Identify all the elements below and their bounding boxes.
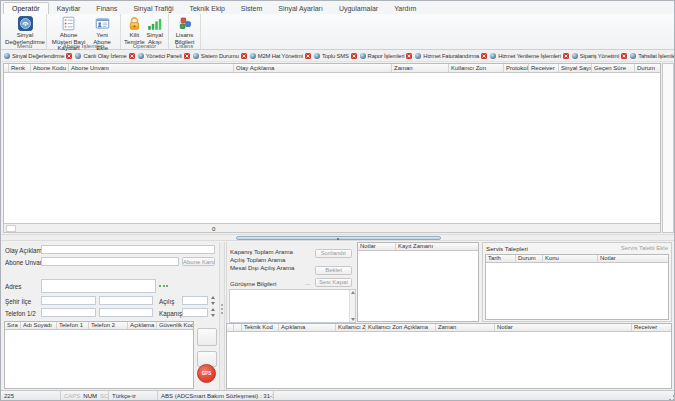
telefon2-input[interactable] (99, 308, 153, 317)
sesi-kapat-button[interactable]: Sesi Kapat (315, 278, 352, 287)
olay-aciklama-input[interactable] (41, 245, 215, 254)
ribbon-group-abone: Abone Müşteri Bayi Kayıtları Yeni Abone … (47, 14, 121, 49)
doc-tab-yonetici-paneli[interactable]: Yönetici Paneli (138, 53, 190, 59)
doc-tab-rapor-islemleri[interactable]: Rapor İşlemleri (360, 53, 413, 59)
doc-tab-m2m-hat-yonetimi[interactable]: M2M Hat Yönetimi (250, 53, 311, 59)
doc-tab-canli-olay-izleme[interactable]: Canlı Olay İzleme (75, 53, 134, 59)
close-icon[interactable] (66, 53, 72, 59)
doc-tab-tahsilat-islemleri[interactable]: Tahsilat İşlemleri (630, 53, 674, 59)
col-notlar[interactable]: Notlar (598, 255, 668, 262)
adres-more-icon[interactable] (159, 285, 168, 287)
ilce-input[interactable] (99, 296, 153, 305)
doc-tab-toplu-sms[interactable]: Toplu SMS (314, 53, 357, 59)
sehir-input[interactable] (41, 296, 96, 305)
close-icon[interactable] (129, 53, 135, 59)
adres-input[interactable] (41, 279, 156, 293)
col-sinyal-sayisi[interactable]: Sinyal Sayısı (559, 64, 592, 72)
close-icon[interactable] (621, 53, 627, 59)
signal-bars-icon (147, 16, 162, 31)
beklet-button[interactable]: Beklet (315, 266, 352, 275)
col-zaman[interactable]: Zaman (436, 324, 495, 331)
acilis-spinner[interactable] (209, 296, 216, 305)
kapanis-spinner[interactable] (209, 308, 216, 317)
close-icon[interactable] (241, 53, 247, 59)
doc-tab-hizmet-yenileme[interactable]: Hizmet Yenileme İşlemleri (490, 53, 569, 59)
textbox-scrollbar[interactable] (349, 290, 355, 322)
col-receiver[interactable]: Receiver (529, 64, 559, 72)
col-kullanici-zon-aciklama[interactable]: Kullanıcı Zon Açıklama (366, 324, 436, 331)
col-gecen-sure[interactable]: Geçen Süre (592, 64, 635, 72)
col-zaman[interactable]: Zaman (392, 64, 449, 72)
col-abone-kodu[interactable]: Abone Kodu (31, 64, 69, 72)
col-durum[interactable]: Durum (635, 64, 660, 72)
col-telefon2[interactable]: Telefon 2 (89, 322, 128, 329)
ribbon-tab-sistem[interactable]: Sistem (233, 3, 270, 14)
servis-talebi-ekle-button[interactable]: Servis Talebi Ekle (621, 245, 668, 251)
col-aciklama[interactable]: Açıklama (279, 324, 336, 331)
col-guvenlik-kodu[interactable]: Güvenlik Kodu (157, 322, 193, 329)
acilis-toplam-arama-label: Açılış Toplam Arama (230, 256, 285, 263)
splitter-handle-icon (337, 238, 339, 240)
close-icon[interactable] (406, 53, 412, 59)
abone-karti-button[interactable]: Abone Kartı (182, 257, 215, 266)
sinyal-degerlendirme-button[interactable]: Sinyal Değerlendirme (6, 15, 44, 45)
ribbon-tab-uygulamalar[interactable]: Uygulamalar (331, 3, 386, 14)
gorusme-bilgileri-textbox[interactable] (229, 289, 356, 323)
col-notlar[interactable]: Notlar (495, 324, 632, 331)
col-kullanici-zon[interactable]: Kullanıcı Zon (336, 324, 366, 331)
doc-tab-hizmet-faturalandirma[interactable]: Hizmet Faturalandırma (415, 53, 487, 59)
col-kullanici-zon[interactable]: Kullanıcı Zon (449, 64, 504, 72)
close-icon[interactable] (351, 53, 357, 59)
resize-grip-icon[interactable] (667, 393, 675, 401)
monitor-icon (490, 53, 496, 59)
gps-button[interactable]: GPS (197, 364, 216, 383)
ribbon-tab-yardim[interactable]: Yardım (386, 3, 424, 14)
close-icon[interactable] (563, 53, 569, 59)
col-adi-soyadi[interactable]: Adı Soyadı (21, 322, 57, 329)
record-count: 225 (1, 391, 61, 401)
doc-tab-siparis-yonetimi[interactable]: Sipariş Yönetimi (572, 53, 627, 59)
col-tarih[interactable]: Tarih (486, 255, 516, 262)
close-icon[interactable] (184, 53, 190, 59)
col-durum[interactable]: Durum (516, 255, 543, 262)
notes-panel: Notlar Kayıt Zamanı (357, 242, 479, 322)
ribbon-tab-operator[interactable]: Operatör (3, 2, 49, 14)
ribbon-tab-teknik-ekip[interactable]: Teknik Ekip (181, 3, 232, 14)
signal-grid-body[interactable] (4, 73, 660, 223)
col-telefon1[interactable]: Telefon 1 (57, 322, 89, 329)
col-protokol[interactable]: Protokol (504, 64, 529, 72)
gorusme-more-button[interactable]: ... (305, 279, 310, 286)
close-icon[interactable] (481, 53, 487, 59)
lisans-bilgileri-button[interactable]: Lisans Bilgileri (172, 15, 197, 45)
kapanis-input[interactable] (182, 308, 208, 317)
contact-action-button-1[interactable] (197, 328, 217, 346)
ribbon-tab-finans[interactable]: Finans (88, 3, 125, 14)
telefon1-input[interactable] (41, 308, 96, 317)
ribbon-tab-kayitlar[interactable]: Kayıtlar (49, 3, 89, 14)
ribbon-group-operator: Kilit Temizle Sinyal Akışı Operatör (121, 14, 169, 49)
col-konu[interactable]: Konu (543, 255, 598, 262)
kilit-temizle-button[interactable]: Kilit Temizle (124, 15, 145, 45)
monitor-icon (138, 53, 144, 59)
horizontal-splitter[interactable] (1, 234, 675, 241)
vertical-scrollbar[interactable] (662, 63, 674, 233)
col-receiver[interactable]: Receiver (632, 324, 671, 331)
abone-unvani-input[interactable] (41, 257, 179, 266)
doc-tab-sinyal-degerlendirme[interactable]: Sinyal Değerlendirme (4, 53, 72, 59)
vertical-splitter[interactable] (219, 242, 225, 390)
col-teknik-kod[interactable]: Teknik Kod (242, 324, 279, 331)
sonlandir-button[interactable]: Sonlandır (315, 249, 352, 258)
ribbon-tab-sinyal-trafigi[interactable]: Sinyal Trafiği (125, 3, 181, 14)
col-sira[interactable]: Sıra (5, 322, 21, 329)
col-abone-unvani[interactable]: Abone Unvanı (69, 64, 234, 72)
col-olay-aciklama[interactable]: Olay Açıklama (234, 64, 392, 72)
col-notlar[interactable]: Notlar (358, 243, 396, 250)
col-kayit-zamani[interactable]: Kayıt Zamanı (396, 243, 478, 250)
sinyal-akisi-button[interactable]: Sinyal Akışı (145, 15, 165, 45)
col-aciklama[interactable]: Açıklama (128, 322, 157, 329)
ribbon-tab-sinyal-ayarlari[interactable]: Sinyal Ayarları (270, 3, 331, 14)
doc-tab-sistem-durumu[interactable]: Sistem Durumu (193, 53, 247, 59)
acilis-input[interactable] (182, 296, 208, 305)
close-icon[interactable] (305, 53, 311, 59)
col-renk[interactable]: Renk (9, 64, 31, 72)
